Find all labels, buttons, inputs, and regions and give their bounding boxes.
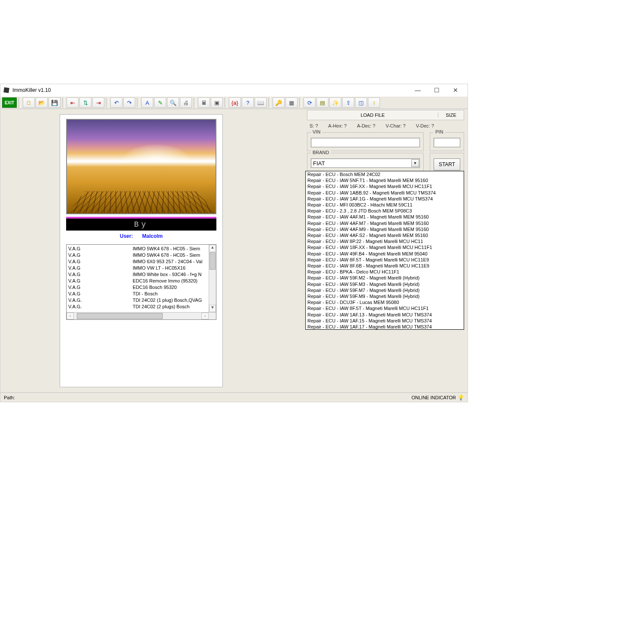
info-vchar: V-Char: ? [386,123,405,128]
toolbar-separator [194,97,196,108]
dropdown-option[interactable]: Repair - ECU - Bosch MEM 24C02 [306,171,464,177]
dropdown-option[interactable]: Repair - ECU - IAW 4AF.M9 - Magneti Mare… [306,226,464,232]
grid-icon[interactable]: ▤ [316,97,328,108]
dropdown-option[interactable]: Repair - ECU - IAW 4AF.M1 - Magneti Mare… [306,214,464,220]
close-button[interactable]: ✕ [446,84,465,96]
dropdown-option[interactable]: Repair - ECU - BPKA - Delco MCU HC11F1 [306,269,464,275]
right-panel: LOAD FILE SIZE S: ? A-Hex: ? A-Dec: ? V-… [305,109,466,392]
dropdown-option[interactable]: Repair - ECU - IAW 4AF.S2 - Magneti Mare… [306,232,464,238]
dropdown-option[interactable]: Repair - ECU - IAW 4AF.M7 - Magneti Mare… [306,220,464,226]
vehicle-listbox[interactable]: V.A.GIMMO 5WK4 678 - HC05 - SiemV.A.GIMM… [66,244,216,320]
book-icon[interactable]: 📖 [255,97,267,108]
list-item[interactable]: V.A.GIMMO White box - 93C46 - f+g N [68,271,208,278]
open-icon[interactable]: 📂 [36,97,48,108]
minimize-button[interactable]: — [408,84,427,96]
list-item[interactable]: V.A.GIMMO VW LT - HC05X16 [68,265,208,271]
refresh-icon[interactable]: ⟳ [304,97,316,108]
info-ahex: A-Hex: ? [328,123,347,128]
undo-icon[interactable]: ↶ [110,97,122,108]
list-item[interactable]: V.A.GIMMO 6X0 953 257 - 24C04 - Val [68,258,208,265]
print-icon[interactable]: 🖨 [180,97,192,108]
dropdown-option[interactable]: Repair - ECU - IAW 16F.XX - Magneti Mare… [306,183,464,189]
list-item[interactable]: V.A.GIMMO 5WK4 678 - HC05 - Siem [68,252,208,258]
online-indicator: ONLINE INDICATOR 💡 [412,395,465,401]
list-item[interactable]: V.A.G.TDI 24C02 (2 plugs) Bosch [68,304,208,310]
path-label: Path: [4,395,15,400]
left-panel: By User: Malcolm V.A.GIMMO 5WK4 678 - HC… [60,114,223,387]
start-button[interactable]: START [434,158,460,170]
dropdown-option[interactable]: Repair - ECU - IAW 1AF.15 - Magneti Mare… [306,318,464,324]
dropdown-option[interactable]: Repair - ECU - IAW 8F.6B - Magneti Marel… [306,263,464,269]
select-icon[interactable]: ◫ [355,97,367,108]
wand-icon[interactable]: ✨ [329,97,341,108]
find-icon[interactable]: 🔍 [167,97,179,108]
toolbar: EXIT 🗋📂💾⇤⇅⇥↶↷A✎🔍🖨🖩▣{a}?📖🔑▦⟳▤✨⇧◫≀ [0,96,468,109]
vin-legend: VIN [311,129,322,134]
dropdown-option[interactable]: Repair - ECU - IAW 1ABB.92 - Magneti Mar… [306,190,464,196]
list-item[interactable]: V.A.GTDI - Bosch [68,291,208,297]
list-item[interactable]: V.A.G.TDI 24C02 (1 plug) Bosch,QVAG [68,297,208,304]
model-dropdown[interactable]: Repair - ECU - Bosch MEM 24C02Repair - E… [305,171,464,330]
vin-input[interactable] [311,138,420,147]
redo-icon[interactable]: ↷ [123,97,135,108]
dropdown-option[interactable]: Repair - ECU - IAW 18F.XX - Magneti Mare… [306,244,464,250]
chip-icon[interactable]: ▦ [286,97,298,108]
dropdown-option[interactable]: Repair - ECU - 2.3 , 2.8 JTD Bosch MEM 5… [306,208,464,214]
scroll-up-icon[interactable]: ▲ [209,245,216,252]
list-item[interactable]: V.A.GEDC16 Remove Immo (95320) [68,278,208,284]
toolbar-separator [106,97,109,108]
doc-a-icon[interactable]: A [141,97,153,108]
dropdown-option[interactable]: Repair - ECU - IAW 8F.5T - Magneti Marel… [306,257,464,263]
list-item[interactable]: V.A.GIMMO 5WK4 678 - HC05 - Siem [68,246,208,252]
swap-icon[interactable]: ⇅ [79,97,91,108]
dropdown-option[interactable]: Repair - ECU - IAW 1AF.17 - Magneti Mare… [306,324,464,330]
dropdown-option[interactable]: Repair - ECU - IAW 49F.B4 - Magneti Mare… [306,251,464,257]
info-vdec: V-Dec: ? [416,123,434,128]
brand-input[interactable] [311,158,420,168]
scroll-down-icon[interactable]: ▼ [209,305,216,312]
vscrollbar[interactable]: ▲ ▼ [209,245,216,312]
dropdown-option[interactable]: Repair - ECU - IAW 59F.M3 - Magneti Mare… [306,281,464,287]
key-icon[interactable]: 🔑 [273,97,285,108]
dropdown-option[interactable]: Repair - ECU - IAW 8P.22 - Magneti Marel… [306,238,464,244]
dropdown-option[interactable]: Repair - ECU - DCU3F - Lucas MEM 95080 [306,299,464,305]
hscroll-thumb[interactable] [77,313,163,319]
file-bar: LOAD FILE SIZE [307,110,464,120]
dropdown-option[interactable]: Repair - ECU - IAW 59F.M2 - Magneti Mare… [306,275,464,281]
dropdown-option[interactable]: Repair - ECU - IAW 5NF.T1 - Magneti Mare… [306,177,464,183]
scroll-thumb[interactable] [210,252,216,270]
window-icon[interactable]: ▣ [211,97,223,108]
import-icon[interactable]: ⇤ [67,97,79,108]
help-icon[interactable]: ? [242,97,254,108]
maximize-button[interactable]: ☐ [427,84,446,96]
pin-input[interactable] [434,138,460,147]
dropdown-option[interactable]: Repair - ECU - IAW 1AF.1G - Magneti Mare… [306,196,464,202]
dropdown-option[interactable]: Repair - ECU - IAW 8F.5T - Magneti Marel… [306,305,464,311]
bolt-icon[interactable]: ≀ [368,97,380,108]
list-item[interactable]: V.A.GEDC16 Bosch 95320 [68,284,208,291]
braces-icon[interactable]: {a} [229,97,241,108]
scroll-right-icon[interactable]: › [201,313,209,319]
brand-combo[interactable]: ▼ [311,158,420,168]
export-icon[interactable]: ⇥ [92,97,104,108]
info-s: S: ? [310,123,318,128]
exit-button[interactable]: EXIT [2,97,17,108]
dropdown-option[interactable]: Repair - ECU - IAW 1AF.13 - Magneti Mare… [306,312,464,318]
dropdown-option[interactable]: Repair - ECU - IAW 59F.M9 - Magneti Mare… [306,293,464,299]
new-icon[interactable]: 🗋 [23,97,35,108]
size-label: SIZE [438,112,464,118]
statusbar: Path: ONLINE INDICATOR 💡 [0,392,468,402]
hscrollbar[interactable]: ‹ › [67,312,216,319]
doc-b-icon[interactable]: ✎ [154,97,166,108]
pin-legend: PIN [434,129,445,134]
chevron-down-icon[interactable]: ▼ [411,159,419,167]
calc-icon[interactable]: 🖩 [198,97,210,108]
dropdown-option[interactable]: Repair - ECU - IAW 59F.M7 - Magneti Mare… [306,287,464,293]
up-icon[interactable]: ⇧ [342,97,354,108]
pin-group: PIN [430,132,464,151]
toolbar-separator [18,97,21,108]
save-icon[interactable]: 💾 [49,97,61,108]
toolbar-separator [299,97,302,108]
dropdown-option[interactable]: Repair - ECU - MFI 003BC2 - Hitachi MEM … [306,202,464,208]
scroll-left-icon[interactable]: ‹ [67,313,74,319]
